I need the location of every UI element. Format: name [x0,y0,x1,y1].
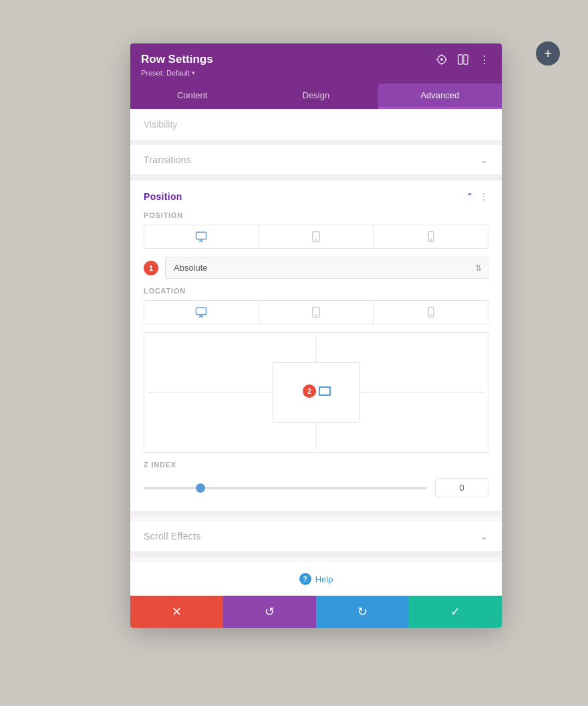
svg-point-19 [315,315,317,316]
reset-button[interactable]: ↺ [223,596,316,628]
position-collapse-icon[interactable]: ⌃ [466,191,474,202]
scroll-effects-section: Scroll Effects ⌄ [130,521,502,552]
help-row: ? Help [130,562,502,596]
position-section: Position ⌃ ⋮ Position [130,181,502,511]
location-field-label: Location [144,287,488,295]
panel-header-top: Row Settings [141,53,491,66]
location-grid: 2 [147,336,485,449]
location-grid-container[interactable]: 2 [144,332,488,453]
target-icon[interactable] [435,53,448,66]
columns-icon[interactable] [456,53,470,66]
divider-2 [130,175,502,181]
zindex-label: Z Index [144,461,488,469]
zindex-text-input[interactable]: 0 [435,478,488,497]
transitions-title: Transitions [144,154,191,165]
scroll-effects-title: Scroll Effects [144,531,201,542]
add-element-button[interactable]: + [536,41,560,66]
scroll-effects-row[interactable]: Scroll Effects ⌄ [130,521,502,552]
tab-advanced[interactable]: Advanced [378,84,502,109]
help-link[interactable]: Help [315,574,333,584]
row-settings-panel: Row Settings [130,43,502,628]
panel-preset[interactable]: Preset: Default ▾ [141,69,491,77]
tab-design[interactable]: Design [254,84,378,109]
save-button[interactable]: ✓ [409,596,502,628]
divider-4 [130,552,502,557]
position-mobile-btn[interactable] [374,225,488,248]
location-device-toggle [144,300,488,324]
preset-caret-icon: ▾ [192,70,195,76]
position-desktop-btn[interactable] [144,225,259,248]
panel-footer: ✕ ↺ ↻ ✓ [130,596,502,628]
svg-point-1 [440,58,443,61]
cancel-button[interactable]: ✕ [130,596,223,628]
zindex-slider[interactable] [144,483,427,493]
panel-title: Row Settings [141,53,213,66]
location-square-indicator [319,386,331,396]
position-select-wrapper: Default Relative Absolute Fixed ⇅ [165,257,488,279]
help-icon: ? [299,573,311,585]
location-desktop-btn[interactable] [144,301,259,324]
visibility-section-row: Visibility [130,109,502,140]
svg-point-12 [315,239,317,241]
panel-tabs: Content Design Advanced [130,84,502,109]
panel-header: Row Settings [130,43,502,84]
location-marker[interactable]: 2 [303,384,331,398]
panel-header-icons: ⋮ [435,53,491,66]
transitions-chevron-icon: ⌄ [480,154,488,165]
scroll-effects-chevron-icon: ⌄ [480,531,488,542]
location-badge-2: 2 [303,384,316,398]
position-select[interactable]: Default Relative Absolute Fixed [165,257,488,279]
position-field-label: Position [144,211,488,219]
position-device-toggle [144,225,488,249]
position-tablet-btn[interactable] [259,225,374,248]
more-options-icon[interactable]: ⋮ [478,53,491,66]
position-more-icon[interactable]: ⋮ [479,191,488,202]
svg-rect-6 [458,55,462,64]
location-tablet-btn[interactable] [259,301,374,324]
visibility-title: Visibility [144,119,177,130]
transitions-section-row[interactable]: Transitions ⌄ [130,145,502,175]
svg-rect-15 [196,308,206,315]
panel-body: Visibility Transitions ⌄ Position ⌃ ⋮ Po… [130,109,502,596]
svg-point-21 [430,315,432,316]
zindex-row: 0 [144,478,488,497]
position-select-row: 1 Default Relative Absolute Fixed ⇅ [144,257,488,279]
divider-3 [130,511,502,516]
tab-content[interactable]: Content [130,84,254,109]
svg-point-14 [430,239,432,241]
position-badge-1: 1 [144,261,158,275]
svg-rect-7 [464,55,468,64]
location-mobile-btn[interactable] [374,301,488,324]
divider-1 [130,140,502,145]
svg-rect-8 [196,232,206,239]
position-section-title: Position [144,191,182,202]
redo-button[interactable]: ↻ [316,596,409,628]
